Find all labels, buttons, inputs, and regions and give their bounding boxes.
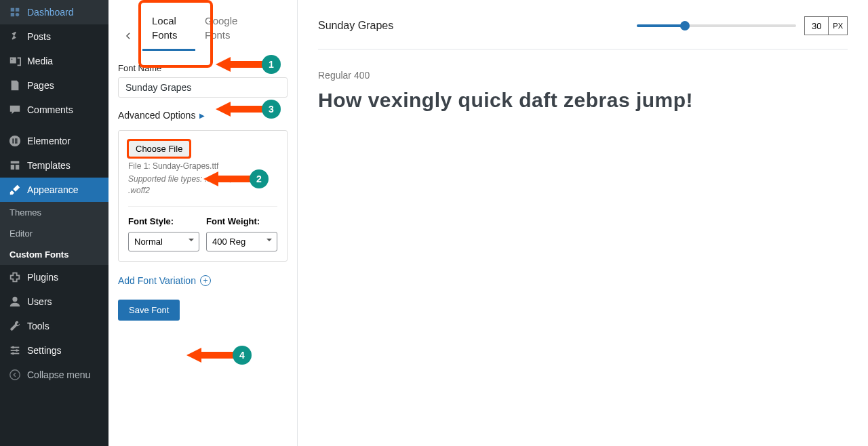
size-input[interactable] (804, 16, 829, 35)
font-style-label: Font Style: (128, 216, 199, 226)
size-slider[interactable] (637, 24, 796, 27)
sidebar-item-elementor[interactable]: Elementor (0, 129, 108, 153)
plus-icon: + (200, 275, 211, 286)
user-icon (8, 295, 22, 308)
advanced-options-toggle[interactable]: Advanced Options ▶ (118, 110, 288, 121)
font-style-select[interactable]: Normal (128, 232, 199, 251)
sidebar-item-pages[interactable]: Pages (0, 73, 108, 98)
choose-file-button[interactable]: Choose File (128, 140, 190, 157)
font-name-label: Font Name (118, 63, 288, 73)
size-unit-label: PX (829, 16, 848, 35)
slider-thumb[interactable] (680, 21, 690, 31)
preview-font-name: Sunday Grapes (318, 20, 393, 32)
sidebar-label: Elementor (27, 136, 71, 146)
sidebar-sub-editor[interactable]: Editor (0, 223, 108, 244)
sidebar-item-settings[interactable]: Settings (0, 338, 108, 363)
back-button[interactable] (118, 26, 138, 46)
add-variation-button[interactable]: Add Font Variation + (118, 275, 288, 286)
media-icon (8, 54, 22, 68)
svg-rect-2 (15, 138, 18, 140)
svg-rect-4 (15, 142, 18, 144)
tab-local-fonts[interactable]: Local Fonts (142, 7, 195, 51)
save-font-button[interactable]: Save Font (118, 300, 180, 321)
font-weight-label: Font Weight: (206, 216, 277, 226)
file-upload-box: Choose File File 1: Sunday-Grapes.ttf Su… (118, 130, 288, 262)
templates-icon (8, 159, 22, 172)
sidebar-item-media[interactable]: Media (0, 49, 108, 73)
font-tabs: Local Fonts Google Fonts (142, 7, 288, 51)
pin-icon (8, 30, 22, 43)
supported-types-text: Supported file types: .otf, .ttf, .woff,… (128, 174, 277, 197)
sidebar-item-templates[interactable]: Templates (0, 153, 108, 178)
size-control: PX (637, 16, 848, 35)
svg-rect-1 (12, 138, 14, 143)
page-icon (8, 79, 22, 92)
preview-header: Sunday Grapes PX (318, 16, 848, 49)
sidebar-sub-themes[interactable]: Themes (0, 202, 108, 223)
sidebar-label: Collapse menu (27, 369, 90, 380)
file-name-text: File 1: Sunday-Grapes.ttf (128, 161, 277, 171)
svg-point-11 (12, 352, 15, 355)
sidebar-submenu: Themes Editor Custom Fonts (0, 202, 108, 265)
sidebar-label: Posts (27, 31, 51, 42)
font-settings-panel: Local Fonts Google Fonts Font Name Advan… (108, 0, 298, 446)
preview-sample-text: How vexingly quick daft zebras jump! (318, 89, 848, 112)
sidebar-sub-custom-fonts[interactable]: Custom Fonts (0, 244, 108, 265)
elementor-icon (8, 134, 22, 148)
tab-google-fonts[interactable]: Google Fonts (195, 7, 248, 51)
divider (128, 206, 277, 207)
sidebar-item-users[interactable]: Users (0, 289, 108, 314)
sidebar-item-posts[interactable]: Posts (0, 24, 108, 49)
font-weight-select[interactable]: 400 Reg (206, 232, 277, 251)
sidebar-item-collapse[interactable]: Collapse menu (0, 363, 108, 387)
sidebar-item-dashboard[interactable]: Dashboard (0, 0, 108, 24)
brush-icon (8, 183, 22, 197)
svg-point-5 (12, 297, 17, 302)
sidebar-label: Templates (27, 160, 71, 171)
svg-point-9 (12, 346, 15, 349)
collapse-icon (8, 368, 22, 382)
font-name-input[interactable] (118, 77, 288, 98)
preview-weight-label: Regular 400 (318, 70, 848, 81)
sidebar-label: Dashboard (27, 7, 74, 18)
sidebar-item-plugins[interactable]: Plugins (0, 265, 108, 289)
sidebar-item-comments[interactable]: Comments (0, 98, 108, 122)
sidebar-label: Tools (27, 321, 50, 331)
svg-rect-3 (15, 140, 18, 142)
sidebar-label: Users (27, 296, 52, 307)
sidebar-label: Pages (27, 80, 54, 91)
sidebar-label: Plugins (27, 272, 58, 283)
sidebar-label: Comments (27, 104, 73, 115)
comment-icon (8, 103, 22, 117)
sidebar-label: Settings (27, 345, 62, 356)
dashboard-icon (8, 5, 22, 19)
settings-icon (8, 344, 22, 357)
sidebar-item-tools[interactable]: Tools (0, 314, 108, 338)
font-preview-panel: Sunday Grapes PX Regular 400 How vexingl… (298, 0, 868, 446)
svg-point-10 (16, 349, 18, 352)
wrench-icon (8, 319, 22, 333)
chevron-right-icon: ▶ (199, 112, 205, 119)
sidebar-label: Appearance (27, 184, 79, 195)
admin-sidebar: Dashboard Posts Media Pages Comments Ele… (0, 0, 108, 446)
sidebar-label: Media (27, 56, 53, 66)
sidebar-item-appearance[interactable]: Appearance (0, 178, 108, 202)
svg-point-12 (10, 370, 20, 380)
annotation-4: 4 (186, 346, 252, 365)
plugin-icon (8, 270, 22, 284)
